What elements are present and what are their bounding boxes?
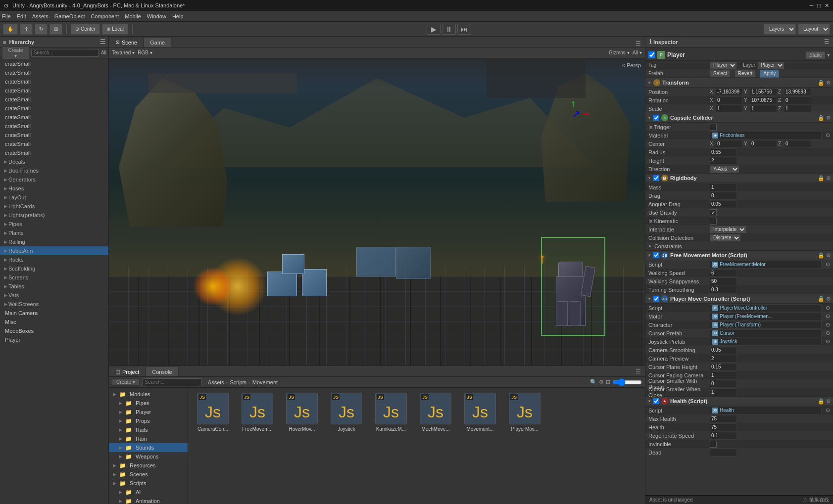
health-input[interactable]: 75 <box>710 423 737 431</box>
motor-target[interactable]: ⊙ <box>826 313 830 320</box>
radius-input[interactable]: 0.55 <box>710 148 737 156</box>
hierarchy-item[interactable]: ▶ Railing <box>0 237 108 246</box>
height-input[interactable]: 2 <box>710 157 737 165</box>
scene-view[interactable]: ↑ → ↗ < Persp ↑ <box>109 58 645 366</box>
hierarchy-item[interactable]: ▶ Hoses <box>0 184 108 193</box>
hierarchy-item[interactable]: MoodBoxes <box>0 326 108 335</box>
close-btn[interactable]: ✕ <box>825 2 829 9</box>
hierarchy-item[interactable]: ▶ RobotArm <box>0 246 108 255</box>
asset-folder-item[interactable]: ▶ 📁Pipes <box>109 399 188 408</box>
hierarchy-search-input[interactable] <box>31 49 99 57</box>
health-enabled-cb[interactable] <box>653 398 659 404</box>
tab-game[interactable]: Game <box>144 37 171 47</box>
layers-dropdown[interactable]: Layers <box>764 24 796 35</box>
hierarchy-item[interactable]: crateSmall <box>0 104 108 113</box>
search-icon[interactable]: 🔍 <box>590 379 597 385</box>
cursor-prefab-target[interactable]: ⊙ <box>826 330 830 336</box>
is-kinematic-checkbox[interactable] <box>710 218 717 225</box>
tag-select[interactable]: Player <box>710 61 737 69</box>
player-move-settings-icon[interactable]: ⚙ <box>826 296 831 302</box>
hierarchy-item[interactable]: ▶ Plants <box>0 229 108 237</box>
menu-assets[interactable]: Assets <box>32 13 49 19</box>
health-lock-icon[interactable]: 🔒 <box>818 398 825 405</box>
pivot-local-btn[interactable]: ⊕ Local <box>102 24 128 35</box>
asset-item[interactable]: JS Js FreeMovem... <box>238 393 277 432</box>
hierarchy-item[interactable]: Main Camera <box>0 309 108 318</box>
free-movement-lock-icon[interactable]: 🔒 <box>818 252 825 259</box>
hierarchy-item[interactable]: Player <box>0 335 108 344</box>
all-btn[interactable]: All ▾ <box>633 50 642 55</box>
regen-speed-input[interactable]: 0.1 <box>710 432 737 440</box>
menu-component[interactable]: Component <box>91 13 119 19</box>
asset-folder-item[interactable]: ▶ 📁Sounds <box>109 443 188 452</box>
direction-select[interactable]: Y-Axis <box>710 165 739 173</box>
asset-folder-item[interactable]: ▶ 📁Props <box>109 416 188 425</box>
lock-icon[interactable]: 🔒 <box>818 80 825 86</box>
hierarchy-item[interactable]: crateSmall <box>0 59 108 68</box>
asset-item[interactable]: JS Js HoverMov... <box>282 393 322 432</box>
project-create-btn[interactable]: Create ▾ <box>112 378 140 386</box>
asset-folder-item[interactable]: ▶ 📁Scenes <box>109 470 188 479</box>
asset-folder-item[interactable]: ▶ 📁Scripts <box>109 479 188 488</box>
asset-folder-item[interactable]: ▶ 📁Rain <box>109 434 188 443</box>
player-move-section[interactable]: ▼ JS Player Move Controller (Script) 🔒 ⚙ <box>645 294 833 304</box>
transform-section[interactable]: ▼ ↔ Transform 🔒 ⚙ <box>645 78 833 88</box>
scale-tool-btn[interactable]: ⊞ <box>49 24 62 35</box>
obj-active-checkbox[interactable] <box>648 51 655 58</box>
asset-folder-item[interactable]: ▶ 📁Weapons <box>109 452 188 461</box>
hierarchy-item[interactable]: crateSmall <box>0 113 108 122</box>
hierarchy-item[interactable]: ▶ Scaffolding <box>0 264 108 273</box>
hierarchy-item[interactable]: crateSmall <box>0 148 108 157</box>
project-search-input[interactable] <box>143 378 202 386</box>
static-chevron[interactable]: ▾ <box>827 52 830 58</box>
hierarchy-item[interactable]: ▶ Rocks <box>0 255 108 264</box>
rotate-tool-btn[interactable]: ↻ <box>35 24 48 35</box>
asset-folder-item[interactable]: ▶ 📁Player <box>109 408 188 416</box>
walking-speed-input[interactable]: 6 <box>710 269 737 277</box>
hierarchy-item[interactable]: ▶ Tables <box>0 282 108 291</box>
asset-folder-item[interactable]: ▶ 📁Rails <box>109 425 188 434</box>
maximize-btn[interactable]: □ <box>817 2 821 9</box>
hand-tool-btn[interactable]: ✋ <box>3 24 18 35</box>
fm-script-ref[interactable]: JS FreeMovementMotor <box>710 261 822 269</box>
menu-edit[interactable]: Edit <box>17 13 26 19</box>
size-slider[interactable] <box>612 378 642 386</box>
rigidbody-lock-icon[interactable]: 🔒 <box>818 175 825 182</box>
hierarchy-item[interactable]: crateSmall <box>0 122 108 131</box>
menu-gameobject[interactable]: GameObject <box>54 13 85 19</box>
select-btn[interactable]: Select <box>710 70 731 78</box>
position-y-input[interactable]: 1.155756 <box>750 88 777 96</box>
asset-folder-item[interactable]: ▶ 📁AI <box>109 488 188 497</box>
hierarchy-item[interactable]: ▶ Generators <box>0 175 108 184</box>
center-x-input[interactable]: 0 <box>716 140 743 148</box>
capsule-settings-icon[interactable]: ⚙ <box>826 115 831 121</box>
health-script-target[interactable]: ⊙ <box>826 407 830 413</box>
hierarchy-item[interactable]: crateSmall <box>0 95 108 104</box>
rotation-z-input[interactable]: 0 <box>784 96 811 104</box>
settings-icon[interactable]: ⚙ <box>826 80 831 86</box>
free-movement-enabled-cb[interactable] <box>653 252 659 258</box>
hierarchy-item[interactable]: ▶ Decals <box>0 157 108 166</box>
camera-preview-input[interactable]: 2 <box>710 355 737 363</box>
health-settings-icon[interactable]: ⚙ <box>826 398 831 405</box>
pm-script-ref[interactable]: JS PlayerMoveController <box>710 304 822 312</box>
camera-smoothing-input[interactable]: 0.05 <box>710 346 737 354</box>
slider-icon[interactable]: ⊟ <box>606 379 610 385</box>
breadcrumb-assets[interactable]: Assets <box>208 379 224 385</box>
minimize-btn[interactable]: ─ <box>810 2 814 9</box>
static-btn[interactable]: Static <box>806 51 825 59</box>
asset-item[interactable]: JS Js PlayerMov... <box>505 393 544 432</box>
asset-item[interactable]: JS Js MechMove... <box>416 393 455 432</box>
cursor-facing-input[interactable]: 1 <box>710 371 737 379</box>
rigidbody-enabled-cb[interactable] <box>653 175 659 181</box>
cursor-smaller-dist-input[interactable]: 0 <box>710 380 737 388</box>
cursor-smaller-close-input[interactable]: 1 <box>710 388 737 396</box>
center-z-input[interactable]: 0 <box>784 140 811 148</box>
tab-scene[interactable]: ⊙ Scene <box>109 37 144 47</box>
hierarchy-create-btn[interactable]: Create ▾ <box>2 46 29 59</box>
hierarchy-item[interactable]: ▶ Screens <box>0 273 108 282</box>
collision-detection-select[interactable]: Discrete <box>710 234 741 242</box>
joystick-prefab-ref[interactable]: ⊙ Joystick <box>710 338 822 346</box>
hierarchy-item[interactable]: ▶ WallScreens <box>0 300 108 309</box>
material-target-icon[interactable]: ⊙ <box>826 132 830 138</box>
